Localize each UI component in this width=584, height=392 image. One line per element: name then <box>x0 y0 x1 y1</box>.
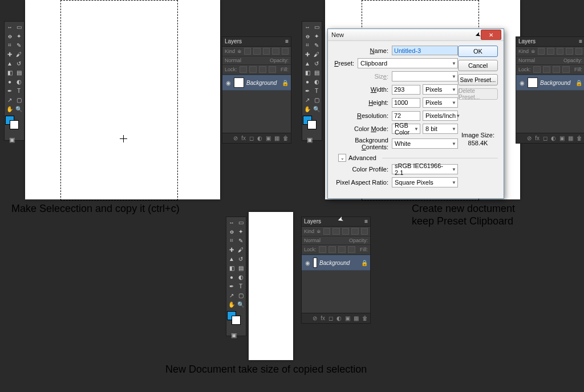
filter-adjust-icon[interactable] <box>332 228 339 235</box>
layer-name-label[interactable]: Background <box>540 80 573 86</box>
width-unit-select[interactable]: Pixels▼ <box>423 84 458 95</box>
layer-mask-icon[interactable]: ◻ <box>328 315 333 321</box>
stamp-tool-icon[interactable]: ▲ <box>228 255 236 263</box>
layer-row-background[interactable]: ◉ Background 🔒 <box>516 75 584 91</box>
lock-pos-icon[interactable] <box>553 66 560 73</box>
blend-mode-select[interactable]: Normal <box>225 58 241 63</box>
lock-pos-icon[interactable] <box>259 66 266 73</box>
filter-pixel-icon[interactable] <box>538 48 545 55</box>
quick-mask-icon[interactable]: ▣ <box>227 332 241 339</box>
link-layers-icon[interactable]: ⊘ <box>527 135 532 141</box>
group-icon[interactable]: ▣ <box>345 315 350 321</box>
link-layers-icon[interactable]: ⊘ <box>313 315 317 321</box>
type-tool-icon[interactable]: T <box>15 87 23 95</box>
crop-tool-icon[interactable]: ⌗ <box>303 41 311 49</box>
layer-style-icon[interactable]: fx <box>535 135 540 141</box>
filter-smart-icon[interactable] <box>575 48 582 55</box>
blur-tool-icon[interactable]: ● <box>6 77 14 85</box>
visibility-icon[interactable]: ◉ <box>518 79 525 86</box>
close-icon[interactable]: ✕ <box>481 30 501 40</box>
eyedropper-tool-icon[interactable]: ✎ <box>313 41 321 49</box>
layer-mask-icon[interactable]: ◻ <box>249 135 254 141</box>
dodge-tool-icon[interactable]: ◐ <box>15 77 23 85</box>
crop-tool-icon[interactable]: ⌗ <box>6 41 14 49</box>
filter-pixel-icon[interactable] <box>323 228 330 235</box>
wand-tool-icon[interactable]: ✦ <box>237 227 245 235</box>
name-field[interactable] <box>392 46 458 55</box>
layer-style-icon[interactable]: fx <box>321 315 325 321</box>
zoom-tool-icon[interactable]: 🔍 <box>237 300 245 308</box>
group-icon[interactable]: ▣ <box>559 135 565 141</box>
gradient-tool-icon[interactable]: ▤ <box>15 68 23 76</box>
layer-name-label[interactable]: Background <box>319 260 359 266</box>
move-tool-icon[interactable]: ↔ <box>228 218 236 226</box>
layers-tab[interactable]: Layers <box>518 38 536 45</box>
quick-mask-icon[interactable]: ▣ <box>5 136 19 144</box>
lock-pixel-icon[interactable] <box>328 246 336 253</box>
preset-select[interactable]: Clipboard▼ <box>358 58 458 68</box>
filter-type-icon[interactable] <box>557 48 563 55</box>
pen-tool-icon[interactable]: ✒ <box>303 87 311 95</box>
color-profile-select[interactable]: sRGB IEC61966-2.1▼ <box>392 164 458 174</box>
marquee-tool-icon[interactable]: ▭ <box>237 218 245 226</box>
color-mode-select[interactable]: RGB Color▼ <box>392 124 420 134</box>
link-layers-icon[interactable]: ⊘ <box>233 135 238 141</box>
lock-all-icon[interactable] <box>562 66 570 73</box>
history-brush-icon[interactable]: ↺ <box>237 255 245 263</box>
shape-tool-icon[interactable]: ▢ <box>313 96 321 104</box>
hand-tool-icon[interactable]: ✋ <box>303 105 311 113</box>
lock-pixel-icon[interactable] <box>543 66 550 73</box>
group-icon[interactable]: ▣ <box>266 135 271 141</box>
gradient-tool-icon[interactable]: ▤ <box>313 68 321 76</box>
layer-thumbnail[interactable] <box>313 258 317 268</box>
adjustment-icon[interactable]: ◐ <box>551 135 556 141</box>
resolution-field[interactable] <box>392 111 420 121</box>
healing-tool-icon[interactable]: ✚ <box>303 50 311 58</box>
filter-type-icon[interactable] <box>342 228 349 235</box>
panel-menu-icon[interactable]: ≡ <box>579 38 582 45</box>
type-tool-icon[interactable]: T <box>237 282 245 290</box>
adjustment-icon[interactable]: ◐ <box>257 135 262 141</box>
lasso-tool-icon[interactable]: ꝋ <box>228 227 236 235</box>
canvas-area[interactable] <box>249 212 293 360</box>
dodge-tool-icon[interactable]: ◐ <box>313 77 321 85</box>
crop-tool-icon[interactable]: ⌗ <box>228 236 236 244</box>
path-tool-icon[interactable]: ↗ <box>228 291 236 299</box>
filter-pixel-icon[interactable] <box>244 48 251 55</box>
layer-style-icon[interactable]: fx <box>241 135 246 141</box>
adjustment-icon[interactable]: ◐ <box>336 315 342 321</box>
lasso-tool-icon[interactable]: ꝋ <box>6 32 14 40</box>
eraser-tool-icon[interactable]: ◧ <box>228 264 236 272</box>
filter-shape-icon[interactable] <box>351 228 358 235</box>
pen-tool-icon[interactable]: ✒ <box>6 87 14 95</box>
layer-row-background[interactable]: ◉ Background 🔒 <box>222 75 291 91</box>
wand-tool-icon[interactable]: ✦ <box>313 32 321 40</box>
stamp-tool-icon[interactable]: ▲ <box>6 59 14 67</box>
brush-tool-icon[interactable]: 🖌 <box>15 50 23 58</box>
advanced-toggle-icon[interactable]: ⌄ <box>338 154 346 162</box>
lock-trans-icon[interactable] <box>533 66 541 73</box>
eyedropper-tool-icon[interactable]: ✎ <box>237 236 245 244</box>
background-color-swatch[interactable] <box>307 120 317 129</box>
advanced-label[interactable]: Advanced <box>348 154 376 161</box>
height-unit-select[interactable]: Pixels▼ <box>423 97 458 108</box>
eyedropper-tool-icon[interactable]: ✎ <box>15 41 23 49</box>
filter-shape-icon[interactable] <box>566 48 573 55</box>
lock-icon[interactable]: 🔒 <box>282 80 289 86</box>
lock-pos-icon[interactable] <box>338 246 346 253</box>
filter-type-icon[interactable] <box>263 48 270 55</box>
lock-trans-icon[interactable] <box>319 246 326 253</box>
layers-tab[interactable]: Layers <box>304 218 321 225</box>
move-tool-icon[interactable]: ↔ <box>303 23 311 31</box>
eraser-tool-icon[interactable]: ◧ <box>303 68 311 76</box>
filter-smart-icon[interactable] <box>361 228 368 235</box>
resolution-unit-select[interactable]: Pixels/Inch▼ <box>423 111 458 121</box>
dodge-tool-icon[interactable]: ◐ <box>237 273 245 281</box>
hand-tool-icon[interactable]: ✋ <box>228 300 236 308</box>
history-brush-icon[interactable]: ↺ <box>313 59 321 67</box>
layers-tab[interactable]: Layers <box>225 38 242 45</box>
trash-icon[interactable]: 🗑 <box>362 315 368 321</box>
lock-all-icon[interactable] <box>269 66 276 73</box>
blur-tool-icon[interactable]: ● <box>228 273 236 281</box>
brush-tool-icon[interactable]: 🖌 <box>313 50 321 58</box>
